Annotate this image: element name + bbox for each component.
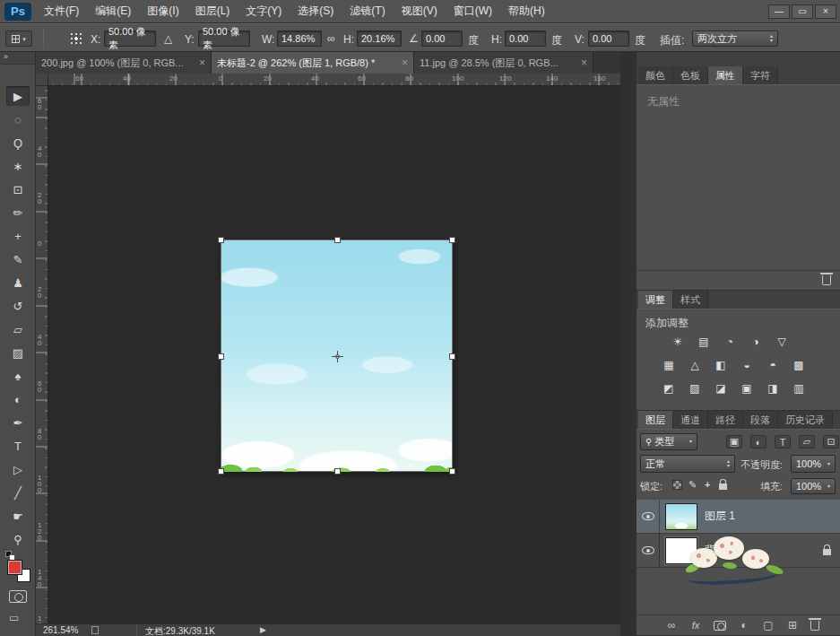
- gradient-map-icon[interactable]: ▣: [738, 381, 756, 396]
- tab-history[interactable]: 历史记录: [778, 411, 833, 429]
- marquee-tool[interactable]: ◌: [6, 109, 30, 129]
- vskew-input[interactable]: 0.00: [588, 30, 629, 47]
- pen-tool[interactable]: ✒: [6, 413, 30, 432]
- delete-layer-icon[interactable]: [810, 621, 819, 631]
- hskew-input[interactable]: 0.00: [505, 30, 546, 47]
- tab-paths[interactable]: 路径: [708, 411, 743, 429]
- link-dimensions-icon[interactable]: ∞: [327, 32, 335, 45]
- toolbar-collapse-chevron[interactable]: »: [0, 52, 35, 65]
- history-brush-tool[interactable]: ↺: [6, 296, 30, 316]
- layer-group-icon[interactable]: ▢: [762, 619, 775, 632]
- fill-select[interactable]: 100% ▾: [791, 478, 836, 494]
- doc-tab-untitled2[interactable]: 未标题-2 @ 262% (图层 1, RGB/8) * ×: [212, 52, 414, 74]
- close-button[interactable]: ×: [815, 4, 836, 19]
- screen-mode-button[interactable]: ▭: [9, 612, 19, 624]
- transform-handle-midright[interactable]: [449, 353, 455, 360]
- minimize-button[interactable]: —: [768, 4, 790, 19]
- layer-row-layer1[interactable]: 图层 1: [636, 500, 840, 534]
- lock-image-icon[interactable]: ✎: [688, 479, 697, 491]
- menu-help[interactable]: 帮助(H): [508, 4, 545, 19]
- hue-saturation-icon[interactable]: ▦: [660, 358, 678, 372]
- doc-tab-11jpg[interactable]: 11.jpg @ 28.5% (图层 0, RGB... ×: [414, 52, 593, 74]
- tab-styles[interactable]: 样式: [673, 291, 708, 309]
- gradient-tool[interactable]: ▨: [6, 343, 30, 362]
- menu-layer[interactable]: 图层(L): [195, 4, 230, 19]
- transform-handle-topleft[interactable]: [218, 237, 224, 243]
- smart-object-filter-icon[interactable]: ⊡: [823, 435, 839, 449]
- angle-input[interactable]: 0.00: [421, 30, 463, 47]
- close-tab-icon[interactable]: ×: [199, 57, 205, 69]
- exposure-icon[interactable]: ◑: [747, 335, 765, 349]
- lasso-tool[interactable]: Ϙ: [6, 133, 30, 152]
- layer-row-background[interactable]: 背景: [636, 534, 840, 568]
- tool-preset-picker[interactable]: ▾: [5, 30, 32, 47]
- height-input[interactable]: 20.16%: [357, 30, 402, 47]
- zoom-tool[interactable]: ⚲: [6, 529, 30, 549]
- menu-window[interactable]: 窗口(W): [454, 4, 492, 19]
- transform-handle-topmid[interactable]: [334, 237, 341, 243]
- brush-tool[interactable]: ✎: [6, 249, 30, 269]
- extra-adjustment-icon[interactable]: ▥: [790, 381, 808, 396]
- delta-icon[interactable]: △: [164, 32, 172, 45]
- healing-brush-tool[interactable]: +: [6, 226, 30, 246]
- tab-paragraph[interactable]: 段落: [743, 411, 778, 429]
- layer-visibility-toggle[interactable]: [636, 534, 660, 568]
- x-input[interactable]: 50.00 像素: [104, 30, 156, 47]
- channel-mixer-icon[interactable]: ◓: [764, 358, 782, 372]
- adjustment-layer-filter-icon[interactable]: ◐: [750, 435, 766, 449]
- link-layers-icon[interactable]: ∞: [665, 619, 678, 632]
- menu-edit[interactable]: 编辑(E): [95, 4, 131, 19]
- levels-icon[interactable]: ▤: [695, 335, 713, 349]
- tab-swatches[interactable]: 色板: [673, 66, 708, 84]
- eyedropper-tool[interactable]: ✏: [6, 203, 30, 222]
- foreground-color-swatch[interactable]: [7, 560, 22, 575]
- hand-tool[interactable]: ☛: [6, 506, 30, 526]
- trash-icon[interactable]: [822, 275, 831, 285]
- tab-channels[interactable]: 通道: [673, 411, 708, 429]
- menu-view[interactable]: 视图(V): [402, 4, 437, 19]
- menu-image[interactable]: 图像(I): [147, 4, 178, 19]
- color-balance-icon[interactable]: △: [686, 358, 704, 372]
- curves-icon[interactable]: ◔: [721, 335, 739, 349]
- opacity-select[interactable]: 100% ▾: [791, 455, 836, 473]
- type-layer-filter-icon[interactable]: T: [775, 435, 791, 449]
- crop-tool[interactable]: ⊡: [6, 179, 30, 199]
- transform-handle-bottomleft[interactable]: [218, 468, 224, 475]
- tab-character[interactable]: 字符: [743, 66, 778, 84]
- quick-select-tool[interactable]: ∗: [6, 156, 30, 176]
- reference-point-locator[interactable]: [70, 32, 82, 45]
- eraser-tool[interactable]: ▱: [6, 319, 30, 339]
- layer-thumbnail[interactable]: [665, 503, 697, 530]
- transform-handle-bottommid[interactable]: [334, 468, 341, 475]
- quick-mask-button[interactable]: [9, 590, 27, 603]
- tab-color[interactable]: 颜色: [638, 66, 673, 84]
- clone-stamp-tool[interactable]: ♟: [6, 273, 30, 292]
- transform-handle-midleft[interactable]: [218, 353, 224, 360]
- y-input[interactable]: 50.00 像素: [198, 30, 250, 47]
- vibrance-icon[interactable]: ▽: [773, 335, 791, 349]
- menu-select[interactable]: 选择(S): [298, 4, 333, 19]
- layer-name[interactable]: 背景: [705, 543, 726, 558]
- dodge-tool[interactable]: ◐: [6, 389, 30, 409]
- transform-handle-topright[interactable]: [449, 237, 455, 243]
- menu-file[interactable]: 文件(F): [44, 4, 79, 19]
- restore-button[interactable]: ▭: [792, 4, 813, 19]
- layer-mask-icon[interactable]: [714, 621, 726, 631]
- width-input[interactable]: 14.86%: [277, 30, 322, 47]
- lock-all-icon[interactable]: [719, 484, 727, 490]
- transform-handle-bottomright[interactable]: [449, 468, 455, 475]
- lock-position-icon[interactable]: +: [705, 479, 710, 490]
- shape-layer-filter-icon[interactable]: ▱: [799, 435, 815, 449]
- tab-properties[interactable]: 属性: [708, 66, 743, 84]
- type-tool[interactable]: T: [6, 436, 30, 456]
- transform-center-point[interactable]: [332, 351, 343, 362]
- tab-layers[interactable]: 图层: [638, 411, 673, 429]
- layer-name[interactable]: 图层 1: [705, 509, 735, 524]
- pixel-layer-filter-icon[interactable]: ▣: [726, 435, 742, 449]
- layer-thumbnail[interactable]: [665, 537, 697, 564]
- line-tool[interactable]: ╱: [6, 483, 30, 502]
- doc-tab-200jpg[interactable]: 200.jpg @ 100% (图层 0, RGB... ×: [36, 52, 212, 74]
- layer-effects-icon[interactable]: fx: [689, 620, 702, 631]
- threshold-icon[interactable]: ◪: [712, 381, 730, 396]
- layer-visibility-toggle[interactable]: [636, 500, 660, 534]
